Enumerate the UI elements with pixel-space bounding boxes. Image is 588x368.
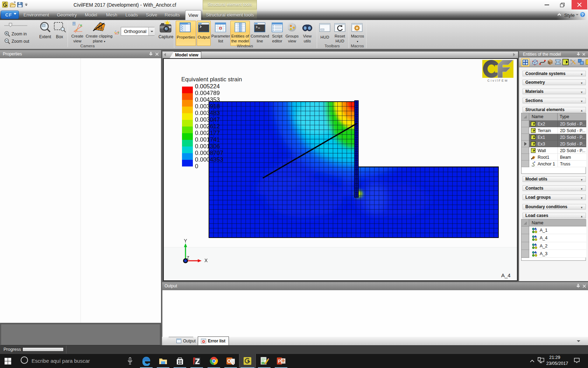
svg-text:Z: Z [187,255,189,260]
svg-text:Y: Y [184,238,187,244]
svg-text:X: X [204,258,208,263]
svg-text:P: P [278,359,281,364]
